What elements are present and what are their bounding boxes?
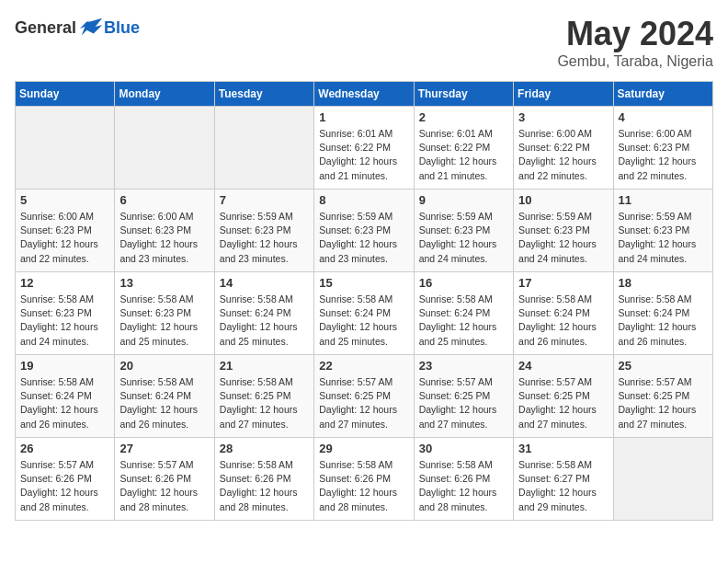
day-number: 2 bbox=[419, 110, 508, 124]
table-row: 19Sunrise: 5:58 AMSunset: 6:24 PMDayligh… bbox=[16, 355, 115, 438]
day-info: Sunrise: 5:58 AMSunset: 6:23 PMDaylight:… bbox=[20, 293, 109, 349]
day-info: Sunrise: 5:58 AMSunset: 6:24 PMDaylight:… bbox=[119, 375, 209, 431]
logo: General Blue bbox=[15, 15, 140, 40]
table-row: 2Sunrise: 6:01 AMSunset: 6:22 PMDaylight… bbox=[414, 107, 513, 190]
table-row: 18Sunrise: 5:58 AMSunset: 6:24 PMDayligh… bbox=[613, 272, 712, 355]
table-row: 12Sunrise: 5:58 AMSunset: 6:23 PMDayligh… bbox=[16, 272, 115, 355]
day-info: Sunrise: 6:00 AMSunset: 6:23 PMDaylight:… bbox=[619, 127, 708, 183]
day-info: Sunrise: 5:59 AMSunset: 6:23 PMDaylight:… bbox=[619, 210, 708, 266]
calendar-week-row: 26Sunrise: 5:57 AMSunset: 6:26 PMDayligh… bbox=[16, 438, 713, 521]
day-number: 8 bbox=[319, 193, 408, 207]
header-saturday: Saturday bbox=[613, 82, 712, 107]
calendar-week-row: 5Sunrise: 6:00 AMSunset: 6:23 PMDaylight… bbox=[16, 190, 713, 272]
day-number: 19 bbox=[20, 359, 109, 373]
day-info: Sunrise: 5:58 AMSunset: 6:25 PMDaylight:… bbox=[220, 375, 309, 431]
table-row: 15Sunrise: 5:58 AMSunset: 6:24 PMDayligh… bbox=[314, 272, 414, 355]
day-info: Sunrise: 5:57 AMSunset: 6:25 PMDaylight:… bbox=[619, 375, 708, 431]
day-number: 6 bbox=[119, 193, 209, 207]
day-number: 17 bbox=[518, 276, 608, 290]
day-info: Sunrise: 5:58 AMSunset: 6:24 PMDaylight:… bbox=[619, 293, 708, 349]
day-number: 11 bbox=[619, 193, 708, 207]
table-row: 20Sunrise: 5:58 AMSunset: 6:24 PMDayligh… bbox=[115, 355, 214, 438]
day-number: 13 bbox=[119, 276, 209, 290]
logo-general-text: General bbox=[15, 18, 76, 38]
calendar-week-row: 12Sunrise: 5:58 AMSunset: 6:23 PMDayligh… bbox=[16, 272, 713, 355]
table-row: 30Sunrise: 5:58 AMSunset: 6:26 PMDayligh… bbox=[414, 438, 513, 521]
day-number: 10 bbox=[518, 193, 608, 207]
header-thursday: Thursday bbox=[414, 82, 513, 107]
calendar-week-row: 1Sunrise: 6:01 AMSunset: 6:22 PMDaylight… bbox=[16, 107, 713, 190]
table-row bbox=[115, 107, 214, 190]
day-info: Sunrise: 5:58 AMSunset: 6:24 PMDaylight:… bbox=[419, 293, 508, 349]
day-number: 29 bbox=[319, 442, 408, 455]
table-row: 10Sunrise: 5:59 AMSunset: 6:23 PMDayligh… bbox=[514, 190, 613, 272]
day-info: Sunrise: 6:00 AMSunset: 6:23 PMDaylight:… bbox=[119, 210, 209, 266]
day-number: 27 bbox=[119, 442, 209, 455]
day-number: 22 bbox=[319, 359, 408, 373]
day-number: 21 bbox=[220, 359, 309, 373]
table-row bbox=[16, 107, 115, 190]
day-number: 26 bbox=[20, 442, 109, 455]
table-row: 8Sunrise: 5:59 AMSunset: 6:23 PMDaylight… bbox=[314, 190, 414, 272]
day-info: Sunrise: 5:57 AMSunset: 6:25 PMDaylight:… bbox=[319, 375, 408, 431]
header-friday: Friday bbox=[514, 82, 613, 107]
table-row: 25Sunrise: 5:57 AMSunset: 6:25 PMDayligh… bbox=[613, 355, 712, 438]
table-row: 6Sunrise: 6:00 AMSunset: 6:23 PMDaylight… bbox=[115, 190, 214, 272]
day-number: 1 bbox=[319, 110, 408, 124]
day-info: Sunrise: 6:00 AMSunset: 6:22 PMDaylight:… bbox=[518, 127, 608, 183]
table-row: 7Sunrise: 5:59 AMSunset: 6:23 PMDaylight… bbox=[214, 190, 313, 272]
day-number: 28 bbox=[220, 442, 309, 455]
table-row: 29Sunrise: 5:58 AMSunset: 6:26 PMDayligh… bbox=[314, 438, 414, 521]
day-number: 3 bbox=[518, 110, 608, 124]
table-row: 28Sunrise: 5:58 AMSunset: 6:26 PMDayligh… bbox=[214, 438, 313, 521]
day-number: 30 bbox=[419, 442, 508, 455]
day-number: 20 bbox=[119, 359, 209, 373]
table-row: 3Sunrise: 6:00 AMSunset: 6:22 PMDaylight… bbox=[514, 107, 613, 190]
day-info: Sunrise: 5:58 AMSunset: 6:24 PMDaylight:… bbox=[319, 293, 408, 349]
header-sunday: Sunday bbox=[16, 82, 115, 107]
table-row: 13Sunrise: 5:58 AMSunset: 6:23 PMDayligh… bbox=[115, 272, 214, 355]
day-info: Sunrise: 5:59 AMSunset: 6:23 PMDaylight:… bbox=[319, 210, 408, 266]
table-row bbox=[214, 107, 313, 190]
day-number: 5 bbox=[20, 193, 109, 207]
day-number: 4 bbox=[619, 110, 708, 124]
day-info: Sunrise: 5:59 AMSunset: 6:23 PMDaylight:… bbox=[220, 210, 309, 266]
day-info: Sunrise: 5:58 AMSunset: 6:26 PMDaylight:… bbox=[319, 458, 408, 514]
table-row: 5Sunrise: 6:00 AMSunset: 6:23 PMDaylight… bbox=[16, 190, 115, 272]
svg-marker-0 bbox=[80, 18, 102, 36]
day-info: Sunrise: 6:00 AMSunset: 6:23 PMDaylight:… bbox=[20, 210, 109, 266]
day-info: Sunrise: 5:58 AMSunset: 6:24 PMDaylight:… bbox=[518, 293, 608, 349]
day-info: Sunrise: 5:58 AMSunset: 6:24 PMDaylight:… bbox=[20, 375, 109, 431]
table-row: 23Sunrise: 5:57 AMSunset: 6:25 PMDayligh… bbox=[414, 355, 513, 438]
day-info: Sunrise: 5:57 AMSunset: 6:25 PMDaylight:… bbox=[419, 375, 508, 431]
table-row: 26Sunrise: 5:57 AMSunset: 6:26 PMDayligh… bbox=[16, 438, 115, 521]
day-number: 16 bbox=[419, 276, 508, 290]
day-info: Sunrise: 6:01 AMSunset: 6:22 PMDaylight:… bbox=[319, 127, 408, 183]
day-info: Sunrise: 5:58 AMSunset: 6:24 PMDaylight:… bbox=[220, 293, 309, 349]
calendar-subtitle: Gembu, Taraba, Nigeria bbox=[557, 53, 713, 70]
table-row: 31Sunrise: 5:58 AMSunset: 6:27 PMDayligh… bbox=[514, 438, 613, 521]
day-number: 9 bbox=[419, 193, 508, 207]
calendar-title: May 2024 bbox=[557, 15, 713, 53]
calendar-table: Sunday Monday Tuesday Wednesday Thursday… bbox=[15, 81, 713, 521]
day-number: 14 bbox=[220, 276, 309, 290]
day-info: Sunrise: 5:58 AMSunset: 6:23 PMDaylight:… bbox=[119, 293, 209, 349]
table-row: 1Sunrise: 6:01 AMSunset: 6:22 PMDaylight… bbox=[314, 107, 414, 190]
day-info: Sunrise: 5:58 AMSunset: 6:27 PMDaylight:… bbox=[518, 458, 608, 514]
table-row: 16Sunrise: 5:58 AMSunset: 6:24 PMDayligh… bbox=[414, 272, 513, 355]
header-monday: Monday bbox=[115, 82, 214, 107]
day-info: Sunrise: 6:01 AMSunset: 6:22 PMDaylight:… bbox=[419, 127, 508, 183]
day-number: 12 bbox=[20, 276, 109, 290]
day-info: Sunrise: 5:57 AMSunset: 6:26 PMDaylight:… bbox=[20, 458, 109, 514]
table-row: 11Sunrise: 5:59 AMSunset: 6:23 PMDayligh… bbox=[613, 190, 712, 272]
day-info: Sunrise: 5:58 AMSunset: 6:26 PMDaylight:… bbox=[419, 458, 508, 514]
header-wednesday: Wednesday bbox=[314, 82, 414, 107]
page-header: General Blue May 2024 Gembu, Taraba, Nig… bbox=[15, 15, 713, 70]
table-row: 21Sunrise: 5:58 AMSunset: 6:25 PMDayligh… bbox=[214, 355, 313, 438]
day-number: 23 bbox=[419, 359, 508, 373]
table-row: 4Sunrise: 6:00 AMSunset: 6:23 PMDaylight… bbox=[613, 107, 712, 190]
table-row: 17Sunrise: 5:58 AMSunset: 6:24 PMDayligh… bbox=[514, 272, 613, 355]
logo-blue-text: Blue bbox=[104, 18, 140, 38]
day-number: 31 bbox=[518, 442, 608, 455]
header-tuesday: Tuesday bbox=[214, 82, 313, 107]
